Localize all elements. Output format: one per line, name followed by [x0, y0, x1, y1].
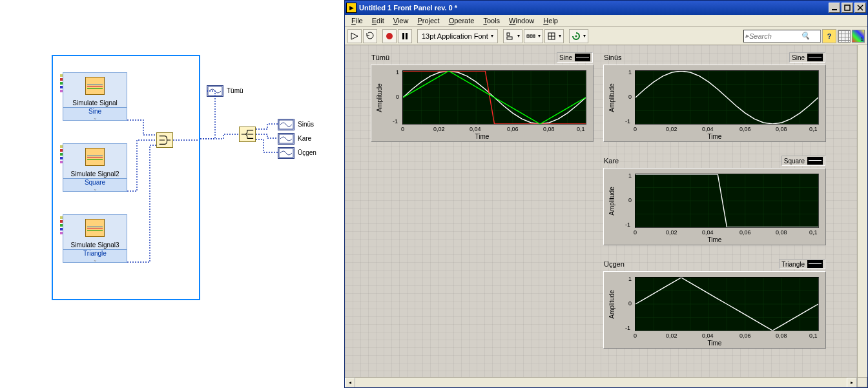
vi-signal-output[interactable]: Triangle [63, 249, 127, 257]
expand-chevron-icon[interactable]: ⌄ [63, 186, 127, 191]
search-input[interactable] [749, 32, 801, 40]
graph-terminal-ucgen[interactable]: Üçgen [278, 147, 294, 159]
plot-area[interactable] [635, 174, 819, 228]
resize-objects-button[interactable]: ▾ [544, 29, 564, 43]
xtick: 0,1 [809, 229, 818, 236]
graph-title: Üçgen [604, 260, 625, 268]
simulate-signal-3[interactable]: Simulate Signal3 Triangle ⌄ [63, 214, 127, 263]
y-axis-label: Amplitude [608, 290, 615, 318]
terminal-label: Tümü [227, 87, 243, 94]
pause-button[interactable] [398, 29, 412, 43]
vi-signal-output[interactable]: Sine [63, 107, 127, 115]
vi-label: Simulate Signal2 [63, 170, 127, 178]
menu-view[interactable]: View [389, 16, 413, 25]
expand-chevron-icon[interactable]: ⌄ [63, 115, 127, 120]
xtick: 0 [634, 126, 637, 132]
menu-project[interactable]: Project [413, 16, 443, 25]
legend-label: Square [784, 158, 805, 165]
xtick: 0,1 [577, 126, 585, 132]
svg-rect-11 [530, 35, 532, 37]
graph-legend[interactable]: Sine [789, 52, 825, 63]
ytick: 1 [628, 276, 632, 282]
graph-kare[interactable]: Kare Square Amplitude 1 0 -1 0 0,02 0,04… [603, 168, 826, 245]
block-diagram-loop[interactable]: Simulate Signal Sine ⌄ Simulate Signal2 … [52, 55, 200, 300]
terminal-label: Üçgen [298, 149, 316, 156]
xtick: 0,08 [776, 126, 787, 132]
font-label: 13pt Application Font [422, 32, 488, 40]
run-button[interactable] [347, 29, 362, 43]
express-vi-icon [85, 77, 105, 95]
vi-icon[interactable] [852, 30, 865, 43]
distribute-objects-button[interactable]: ▾ [524, 29, 543, 43]
graph-title: Sinüs [604, 54, 622, 61]
toolbar: 13pt Application Font▾ ▾ ▾ ▾ ▾ ▸ 🔍 ? [345, 27, 867, 45]
xtick: 0,06 [739, 126, 751, 132]
scroll-left-button[interactable]: ◂ [345, 378, 355, 388]
xtick: 0,02 [666, 332, 677, 339]
horizontal-scrollbar[interactable]: ◂ ▸ [345, 377, 857, 387]
graph-sinus[interactable]: Sinüs Sine Amplitude 1 0 -1 0 0,02 0,04 … [603, 65, 826, 142]
abort-button[interactable] [382, 29, 397, 43]
front-panel-canvas[interactable]: Tümü Sine Amplitude 1 0 -1 0 0,02 0,04 0… [345, 45, 867, 387]
split-signals-node[interactable] [239, 127, 256, 142]
vi-signal-output[interactable]: Square [63, 178, 127, 186]
reorder-button[interactable]: ▾ [569, 29, 588, 43]
ytick: -1 [393, 118, 398, 125]
plot-area[interactable] [635, 70, 819, 125]
x-axis-label: Time [604, 340, 825, 347]
xtick: 0,08 [776, 229, 787, 236]
menu-window[interactable]: Window [505, 16, 538, 25]
menu-tools[interactable]: Tools [479, 16, 504, 25]
xtick: 0,04 [702, 126, 714, 132]
simulate-signal-1[interactable]: Simulate Signal Sine ⌄ [63, 72, 127, 121]
graph-legend[interactable]: Triangle [779, 259, 825, 269]
vertical-scrollbar[interactable] [857, 45, 867, 377]
graph-legend[interactable]: Square [781, 156, 825, 166]
plot-area[interactable] [635, 277, 819, 331]
close-button[interactable] [854, 3, 866, 13]
simulate-signal-2[interactable]: Simulate Signal2 Square ⌄ [63, 143, 127, 192]
menu-file[interactable]: File [347, 16, 367, 25]
graph-legend[interactable]: Sine [557, 52, 593, 63]
graph-tumu[interactable]: Tümü Sine Amplitude 1 0 -1 0 0,02 0,04 0… [371, 65, 594, 142]
maximize-button[interactable] [842, 3, 853, 13]
svg-point-5 [386, 33, 393, 39]
express-vi-icon [85, 148, 105, 166]
graph-terminal-kare[interactable]: Kare [278, 133, 294, 145]
menu-operate[interactable]: Operate [445, 16, 479, 25]
xtick: 0 [401, 126, 404, 132]
run-continuously-button[interactable] [363, 29, 377, 43]
graph-ucgen[interactable]: Üçgen Triangle Amplitude 1 0 -1 0 0,02 0… [603, 271, 826, 349]
merge-signals-node[interactable] [156, 132, 173, 148]
expand-chevron-icon[interactable]: ⌄ [63, 257, 127, 262]
window-titlebar[interactable]: ▶ Untitled 1 Front Panel rev. 0 * [345, 1, 867, 15]
x-axis-label: Time [604, 133, 825, 140]
font-selector[interactable]: 13pt Application Font▾ [417, 29, 498, 43]
grid-toggle-icon[interactable] [838, 30, 851, 43]
x-axis-label: Time [371, 133, 593, 140]
ytick: -1 [625, 221, 630, 228]
xtick: 0,04 [702, 332, 714, 339]
align-objects-button[interactable]: ▾ [503, 29, 522, 43]
express-vi-icon [85, 219, 105, 237]
scroll-right-button[interactable]: ▸ [847, 378, 857, 388]
xtick: 0,08 [776, 332, 787, 339]
xtick: 0,06 [739, 229, 751, 236]
plot-area[interactable] [402, 70, 586, 125]
xtick: 0,04 [702, 229, 714, 236]
menu-help[interactable]: Help [539, 16, 562, 25]
svg-rect-8 [507, 33, 510, 36]
search-box[interactable]: ▸ 🔍 [743, 30, 821, 43]
legend-label: Sine [792, 54, 805, 61]
context-help-button[interactable]: ? [822, 29, 836, 43]
graph-terminal-sinus[interactable]: Sinüs [278, 119, 294, 130]
legend-swatch-icon [807, 260, 823, 268]
graph-terminal-tumu[interactable]: Tümü [207, 85, 223, 97]
xtick: 0,02 [433, 126, 445, 132]
ytick: 0 [628, 197, 632, 203]
menu-edit[interactable]: Edit [368, 16, 388, 25]
graph-title: Tümü [371, 54, 389, 61]
minimize-button[interactable] [829, 3, 840, 13]
vi-label: Simulate Signal3 [63, 241, 127, 249]
ytick: -1 [625, 325, 630, 331]
